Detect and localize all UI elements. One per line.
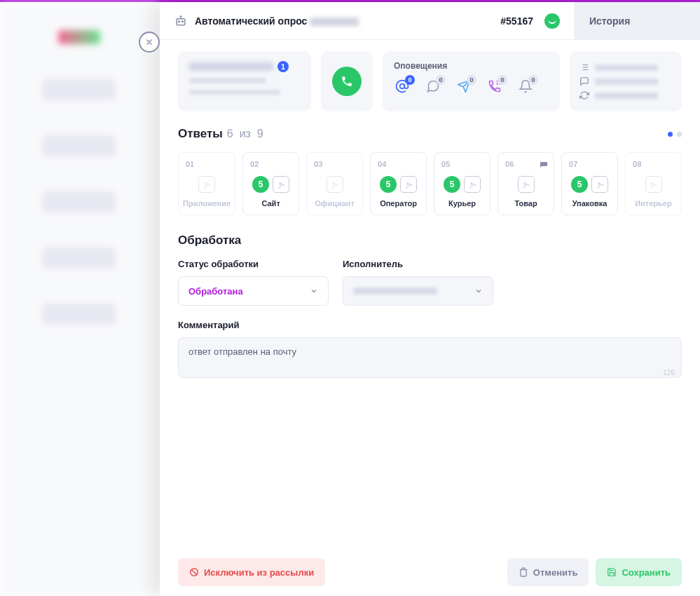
carousel-dots[interactable] <box>668 132 682 137</box>
answer-number: 05 <box>439 160 486 168</box>
answer-label: Курьер <box>439 199 486 208</box>
answer-label: Товар <box>502 199 549 208</box>
svg-point-4 <box>205 182 206 184</box>
answer-number: 04 <box>375 160 422 168</box>
comment-textarea[interactable] <box>178 337 682 378</box>
char-count: 126 <box>663 369 675 377</box>
customer-name <box>189 62 273 71</box>
answer-label: Сайт <box>247 199 294 208</box>
answer-number: 03 <box>311 160 358 168</box>
customer-meta <box>189 90 280 95</box>
ban-icon <box>189 567 199 577</box>
call-card <box>321 51 373 111</box>
answer-score: 5 <box>380 176 397 193</box>
assignee-label: Исполнитель <box>343 259 493 269</box>
telegram-channel-icon[interactable]: 0 <box>455 78 472 95</box>
answer-score: 5 <box>444 176 460 193</box>
viber-channel-icon[interactable]: 0 <box>486 78 503 95</box>
page-title: Автоматический опрос <box>195 15 359 27</box>
comment-icon <box>579 76 589 86</box>
customer-phone <box>189 78 266 83</box>
bell-channel-icon[interactable]: 0 <box>517 78 534 95</box>
notifications-title: Оповещения <box>394 61 549 71</box>
call-button[interactable] <box>332 67 362 96</box>
robot-icon <box>174 14 188 28</box>
background-app <box>0 2 158 596</box>
list-icon <box>579 62 589 72</box>
svg-point-10 <box>598 182 599 184</box>
svg-point-8 <box>470 182 472 184</box>
answer-label: Официант <box>311 199 358 208</box>
tab-history[interactable]: История <box>574 2 700 39</box>
save-icon <box>607 567 617 577</box>
image-placeholder-icon <box>645 176 662 193</box>
answer-card[interactable]: 03Официант <box>306 152 363 215</box>
comment-label: Комментарий <box>178 320 682 330</box>
detail-panel: Автоматический опрос #55167 История 1 <box>160 2 700 596</box>
answers-row: 01Приложение025Сайт03Официант045Оператор… <box>178 152 682 215</box>
answers-heading: Ответы 6 из 9 <box>178 127 682 141</box>
answer-card[interactable]: 055Курьер <box>434 152 490 215</box>
sentiment-icon <box>544 13 560 29</box>
svg-point-1 <box>179 21 180 22</box>
answer-label: Интерьер <box>630 199 677 208</box>
svg-rect-0 <box>177 18 185 25</box>
svg-point-7 <box>406 182 408 184</box>
panel-header: Автоматический опрос #55167 История <box>160 2 700 40</box>
answer-number: 01 <box>183 160 231 168</box>
svg-point-11 <box>652 182 653 184</box>
image-placeholder-icon <box>198 176 215 193</box>
answer-label: Упаковка <box>566 199 613 208</box>
sms-channel-icon[interactable]: 0 <box>425 78 441 95</box>
image-placeholder-icon <box>591 176 608 193</box>
answer-number: 02 <box>247 160 294 168</box>
answer-card[interactable]: 06Товар <box>497 152 554 215</box>
status-label: Статус обработки <box>178 259 329 269</box>
answer-card[interactable]: 075Упаковка <box>561 152 618 215</box>
svg-point-6 <box>333 182 334 184</box>
answer-card[interactable]: 025Сайт <box>242 152 299 215</box>
image-placeholder-icon <box>518 176 535 193</box>
answer-number: 08 <box>630 160 677 168</box>
answer-card[interactable]: 01Приложение <box>178 152 235 215</box>
panel-footer: Исключить из рассылки Отменить Сохранить <box>160 548 700 596</box>
chat-icon <box>540 160 548 168</box>
assignee-select[interactable] <box>343 276 493 306</box>
refresh-icon <box>579 90 589 100</box>
image-placeholder-icon <box>464 176 481 193</box>
answer-score: 5 <box>571 176 588 193</box>
cancel-button[interactable]: Отменить <box>507 558 589 586</box>
chevron-down-icon <box>310 287 318 295</box>
image-placeholder-icon <box>400 176 417 193</box>
answer-score: 5 <box>252 176 269 193</box>
save-button[interactable]: Сохранить <box>596 558 682 586</box>
trash-icon <box>519 567 528 577</box>
processing-heading: Обработка <box>178 233 682 248</box>
status-select[interactable]: Обработана <box>178 276 329 306</box>
answer-label: Приложение <box>183 199 231 208</box>
answer-number: 07 <box>566 160 613 168</box>
customer-card: 1 <box>178 51 311 111</box>
close-button[interactable] <box>139 32 160 53</box>
image-placeholder-icon <box>327 176 343 193</box>
notifications-icons: 00000 <box>394 78 549 95</box>
answer-card[interactable]: 045Оператор <box>370 152 427 215</box>
svg-point-3 <box>400 84 405 89</box>
answer-label: Оператор <box>375 199 422 208</box>
answer-card[interactable]: 08Интерьер <box>625 152 682 215</box>
image-placeholder-icon <box>273 176 289 193</box>
ticket-id: #55167 <box>500 15 533 27</box>
customer-badge: 1 <box>277 61 289 72</box>
svg-point-5 <box>279 182 280 184</box>
svg-point-9 <box>524 182 526 184</box>
meta-card <box>570 51 682 111</box>
notifications-card: Оповещения 00000 <box>383 51 560 111</box>
email-channel-icon[interactable]: 0 <box>394 78 411 95</box>
exclude-button[interactable]: Исключить из рассылки <box>178 558 325 586</box>
chevron-down-icon <box>474 287 483 295</box>
svg-point-2 <box>182 21 184 22</box>
